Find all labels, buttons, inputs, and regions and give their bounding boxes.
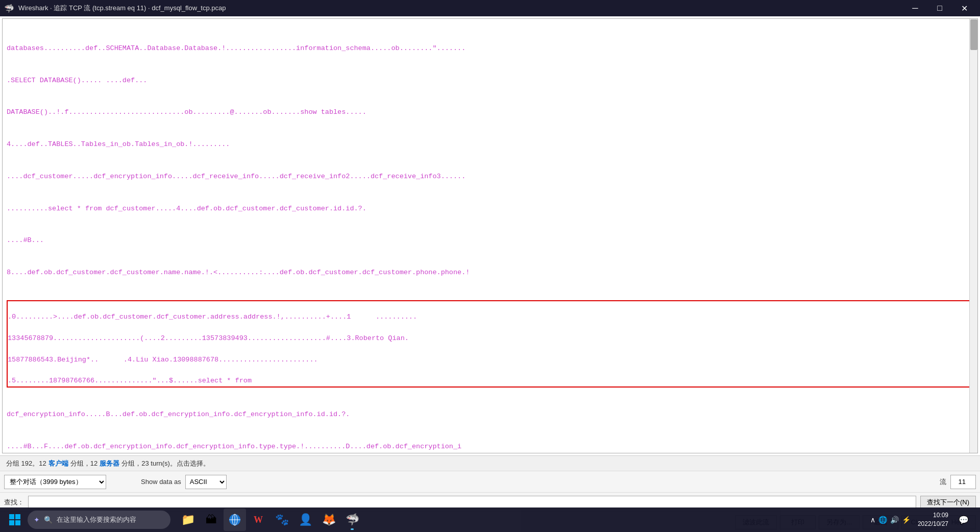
svg-rect-1: [15, 514, 20, 519]
status-server-label[interactable]: 服务器: [100, 459, 119, 468]
main-window: databases..........def..SCHEMATA..Databa…: [0, 16, 980, 532]
scrollbar-thumb[interactable]: [970, 19, 977, 50]
highlight-line-4: .5........18798766766.............."...$…: [8, 376, 972, 386]
search-label: 查找：: [4, 498, 24, 507]
tray-battery-icon[interactable]: ⚡: [902, 516, 911, 524]
highlight-line-2: 13345678879.....................(....2..…: [8, 333, 972, 344]
highlight-line-1: .0.........>....def.ob.dcf_customer.dcf_…: [8, 312, 972, 323]
status-text-3: 分组，23 turn(s)。点击选择。: [121, 459, 210, 468]
windows-logo-icon: [9, 514, 21, 526]
taskbar-search-placeholder: 在这里输入你要搜索的内容: [57, 515, 136, 524]
taskbar-app-browser[interactable]: [224, 509, 246, 531]
notification-button[interactable]: 💬: [955, 512, 972, 528]
taskbar-app-photos[interactable]: 🏔: [200, 509, 223, 531]
stream-content-area[interactable]: databases..........def..SCHEMATA..Databa…: [2, 18, 978, 453]
maximize-button[interactable]: □: [928, 0, 951, 16]
stream-number-input[interactable]: [950, 475, 976, 489]
status-bar: 分组 192。12 客户端 分组，12 服务器 分组，23 turn(s)。点击…: [0, 455, 980, 471]
minimize-button[interactable]: ─: [903, 0, 927, 16]
vertical-scrollbar[interactable]: [969, 19, 977, 453]
encoding-dropdown[interactable]: ASCII Hex C Arrays Raw: [185, 475, 227, 489]
close-button[interactable]: ✕: [952, 0, 976, 16]
stream-text-block: databases..........def..SCHEMATA..Databa…: [7, 22, 973, 453]
system-tray: ∧ 🌐 🔊 ⚡: [870, 516, 911, 524]
tray-chevron-icon[interactable]: ∧: [870, 516, 875, 524]
taskbar-search-bar[interactable]: ✦ 🔍 在这里输入你要搜索的内容: [28, 511, 170, 529]
controls-row: 整个对话（3999 bytes） 客户端到服务器 服务器到客户端 Show da…: [0, 471, 980, 492]
stream-line-6: ..........select * from dcf_customer....…: [7, 204, 973, 214]
taskbar-app-wps[interactable]: W: [247, 509, 270, 531]
tray-volume-icon[interactable]: 🔊: [890, 516, 899, 524]
stream-line-7: ....#B...: [7, 235, 973, 246]
stream-line-2: .SELECT DATABASE()..... ....def...: [7, 76, 973, 86]
app-icon: 🦈: [4, 3, 14, 13]
title-bar: 🦈 Wireshark · 追踪 TCP 流 (tcp.stream eq 11…: [0, 0, 980, 16]
tray-network-icon[interactable]: 🌐: [878, 516, 887, 524]
svg-rect-0: [9, 514, 14, 519]
stream-line-4: 4....def..TABLES..Tables_in_ob.Tables_in…: [7, 139, 973, 150]
stream-line-9: dcf_encryption_info.....B...def.ob.dcf_e…: [7, 409, 973, 420]
taskbar-app-firefox[interactable]: 🦊: [317, 509, 340, 531]
stream-line-3: DATABASE()..!.f.........................…: [7, 107, 973, 118]
sparkle-icon: ✦: [34, 516, 40, 524]
search-icon: 🔍: [44, 516, 53, 524]
find-next-button[interactable]: 查找下一个(N): [920, 496, 976, 509]
status-text-2: 分组，12: [70, 459, 97, 468]
window-controls: ─ □ ✕: [903, 0, 976, 16]
stream-line-10: ....#B...F....def.ob.dcf_encryption_info…: [7, 442, 973, 452]
conversation-dropdown[interactable]: 整个对话（3999 bytes） 客户端到服务器 服务器到客户端: [4, 475, 106, 489]
status-text-1: 分组 192。12: [6, 459, 46, 468]
taskbar-app-explorer[interactable]: 📁: [177, 509, 199, 531]
svg-rect-3: [15, 520, 20, 525]
start-button[interactable]: [4, 509, 26, 530]
taskbar: ✦ 🔍 在这里输入你要搜索的内容 📁 🏔 W 🐾 👤 🦊 🦈 ∧ 🌐 🔊 ⚡ 1…: [0, 507, 980, 532]
status-client-label[interactable]: 客户端: [48, 459, 68, 468]
clock-time: 10:09: [918, 511, 948, 520]
taskbar-right-area: ∧ 🌐 🔊 ⚡ 10:09 2022/10/27 💬: [870, 510, 976, 529]
stream-line-5: ....dcf_customer.....dcf_encryption_info…: [7, 172, 973, 182]
svg-rect-2: [9, 520, 14, 525]
stream-line-1: databases..........def..SCHEMATA..Databa…: [7, 43, 973, 54]
taskbar-app-paw[interactable]: 🐾: [271, 509, 293, 531]
search-input[interactable]: [28, 496, 916, 509]
stream-number-label: 流: [940, 477, 946, 487]
stream-line-8: 8....def.ob.dcf_customer.dcf_customer.na…: [7, 268, 973, 278]
taskbar-app-avatar[interactable]: 👤: [294, 509, 316, 531]
highlighted-block: .0.........>....def.ob.dcf_customer.dcf_…: [7, 300, 973, 388]
clock-date: 2022/10/27: [918, 520, 948, 528]
highlight-line-3: 15877886543.Beijing*.. .4.Liu Xiao.13098…: [8, 355, 972, 366]
conversation-dropdown-container: 整个对话（3999 bytes） 客户端到服务器 服务器到客户端: [4, 475, 106, 489]
taskbar-apps-list: 📁 🏔 W 🐾 👤 🦊 🦈: [177, 509, 363, 531]
system-clock[interactable]: 10:09 2022/10/27: [915, 510, 951, 529]
taskbar-app-wireshark[interactable]: 🦈: [341, 509, 363, 531]
window-title: Wireshark · 追踪 TCP 流 (tcp.stream eq 11) …: [18, 4, 903, 13]
show-data-label: Show data as: [141, 478, 181, 486]
